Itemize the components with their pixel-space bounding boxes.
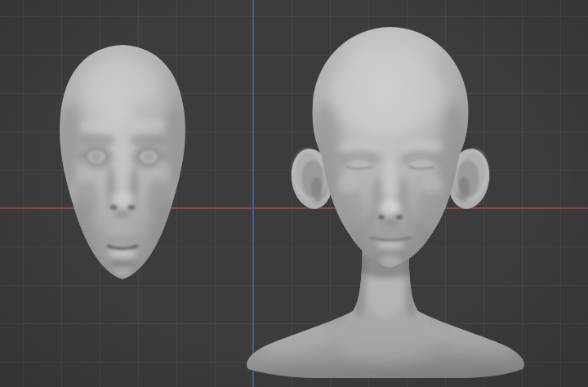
sculpted-face-svg [49, 38, 196, 287]
3d-viewport[interactable] [0, 0, 588, 387]
face-features-shading [74, 119, 172, 278]
sculpted-head-svg [237, 19, 531, 378]
model-sculpted-head[interactable] [237, 19, 531, 378]
model-sculpted-face[interactable] [49, 38, 196, 287]
